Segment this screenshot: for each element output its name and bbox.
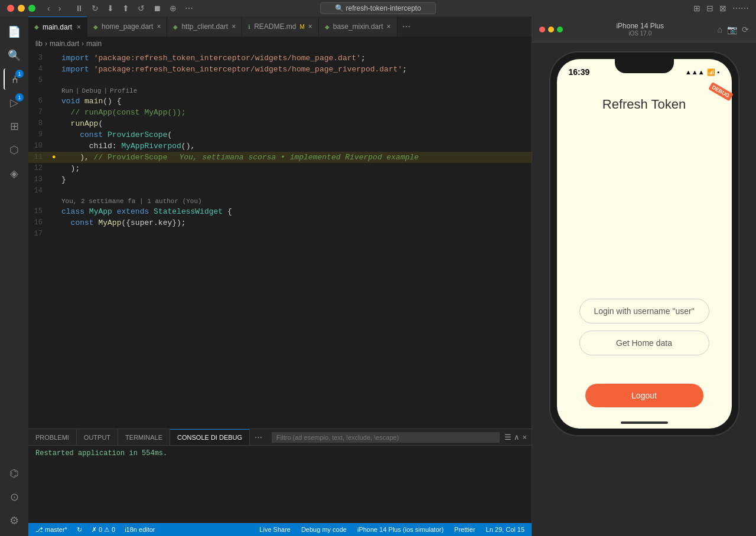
rotate-icon[interactable]: ⟳ xyxy=(742,25,749,34)
panel-tabs: PROBLEMI OUTPUT TERMINALE CONSOLE DI DEB… xyxy=(28,429,532,446)
md-file-icon: ℹ xyxy=(248,24,250,30)
title-search[interactable]: 🔍 refresh-token-intercepto xyxy=(320,2,436,14)
breadcrumb-symbol[interactable]: main xyxy=(86,40,102,48)
line-content-16: const MyApp({super.key}); xyxy=(61,217,186,228)
tab-debug-console[interactable]: CONSOLE DI DEBUG xyxy=(170,429,250,445)
tab-main-dart[interactable]: ◆ main.dart × xyxy=(28,17,87,37)
line-content-9: const ProviderScope( xyxy=(61,129,172,140)
close-button[interactable] xyxy=(7,5,14,12)
code-line-5: 5 xyxy=(28,75,532,86)
more-icon[interactable]: ⋯⋯ xyxy=(732,4,749,13)
accounts-icon: ⊙ xyxy=(10,491,19,504)
code-editor[interactable]: 3 import 'package:refresh_token_intercep… xyxy=(28,50,532,429)
phone-body: Refresh Token Login with username "user"… xyxy=(557,85,732,374)
pause-button[interactable]: ⏸ xyxy=(73,4,86,13)
sidebar-item-files[interactable]: 📄 xyxy=(4,21,25,43)
title-bar-right: ⊞ ⊟ ⊠ ⋯⋯ xyxy=(693,4,749,13)
breadcrumb-lib[interactable]: lib xyxy=(35,40,43,48)
debug-output: Restarted application in 554ms. xyxy=(35,449,167,457)
chevron-up-icon[interactable]: ∧ xyxy=(514,433,520,442)
phone-home-data-button[interactable]: Get Home data xyxy=(579,331,709,355)
tab-close-home[interactable]: × xyxy=(157,22,161,31)
tab-close-readme[interactable]: × xyxy=(308,22,312,31)
prettier-label: Prettier xyxy=(454,526,475,533)
blame-text: You, 2 settimane fa | 1 author (You) xyxy=(61,197,202,206)
step-over-button[interactable]: ↻ xyxy=(89,4,101,13)
i18n-item[interactable]: i18n editor xyxy=(122,523,157,536)
debug-item[interactable]: Debug my code xyxy=(299,523,349,536)
zoom-button[interactable]: ⊕ xyxy=(167,4,179,13)
errors-item[interactable]: ✗ 0 ⚠ 0 xyxy=(89,523,118,536)
sidebar-item-source-control[interactable]: ⑃ 1 xyxy=(4,68,25,90)
tab-close-http[interactable]: × xyxy=(232,22,236,31)
phone-login-button[interactable]: Login with username "user" xyxy=(579,299,709,323)
minimize-button[interactable] xyxy=(18,5,25,12)
sidebar-item-run[interactable]: ▷ 1 xyxy=(4,92,25,113)
code-line-14: 14 xyxy=(28,185,532,197)
nav-buttons: ‹ › xyxy=(45,4,63,13)
simulator-item[interactable]: iPhone 14 Plus (ios simulator) xyxy=(355,523,446,536)
warning-icon-status: ⚠ xyxy=(104,526,110,534)
sidebar-item-remote[interactable]: ⌬ xyxy=(4,463,25,484)
live-share-item[interactable]: Live Share xyxy=(257,523,293,536)
tab-terminal[interactable]: TERMINALE xyxy=(118,429,170,445)
code-line-6: 6 void main() { xyxy=(28,96,532,107)
line-col-item[interactable]: Ln 29, Col 15 xyxy=(484,523,527,536)
tab-readme-md[interactable]: ℹ README.md M × xyxy=(242,17,319,37)
maximize-button[interactable] xyxy=(28,5,35,12)
layout-icon[interactable]: ⊞ xyxy=(693,4,700,13)
panel: PROBLEMI OUTPUT TERMINALE CONSOLE DI DEB… xyxy=(28,429,532,523)
close-panel-icon[interactable]: × xyxy=(522,433,527,442)
breadcrumb-file[interactable]: main.dart xyxy=(50,40,79,48)
stop-button[interactable]: ⏹ xyxy=(151,4,164,13)
profile-action[interactable]: Profile xyxy=(110,86,137,96)
phone-logout-button[interactable]: Logout xyxy=(585,384,703,407)
remote-icon: ⌬ xyxy=(9,467,19,480)
sync-icon: ↻ xyxy=(77,526,82,534)
sidebar-item-accounts[interactable]: ⊙ xyxy=(4,486,25,508)
live-share-label: Live Share xyxy=(259,526,291,533)
run-action[interactable]: Run xyxy=(61,86,73,96)
tab-label: base_mixin.dart xyxy=(333,22,383,31)
breadcrumb-sep1: › xyxy=(45,40,47,48)
preview-title: iPhone 14 Plus iOS 17.0 xyxy=(568,22,713,37)
step-into-button[interactable]: ⬇ xyxy=(105,4,116,13)
code-line-7: 7 // runApp(const MyApp()); xyxy=(28,107,532,118)
home-icon[interactable]: ⌂ xyxy=(718,25,722,34)
sidebar-item-testing[interactable]: ⬡ xyxy=(4,139,25,161)
preview-panel: iPhone 14 Plus iOS 17.0 ⌂ 📷 ⟳ DEBUG 16:3… xyxy=(532,17,756,536)
sidebar-item-search[interactable]: 🔍 xyxy=(4,45,25,66)
panel-filter-input[interactable] xyxy=(272,432,500,443)
nav-forward-button[interactable]: › xyxy=(56,4,64,13)
sidebar-item-extensions[interactable]: ⊞ xyxy=(4,116,25,137)
line-num-14: 14 xyxy=(28,185,52,197)
step-out-button[interactable]: ⬆ xyxy=(120,4,132,13)
i18n-label: i18n editor xyxy=(125,526,155,533)
tab-problems[interactable]: PROBLEMI xyxy=(28,429,77,445)
debug-action[interactable]: Debug xyxy=(82,86,101,96)
restart-button[interactable]: ↺ xyxy=(135,4,147,13)
grid-icon[interactable]: ⊠ xyxy=(719,4,726,13)
panel-content: Restarted application in 554ms. xyxy=(28,446,532,523)
tab-close-main[interactable]: × xyxy=(77,23,81,31)
tab-close-base[interactable]: × xyxy=(387,22,391,31)
more-button[interactable]: ⋯ xyxy=(183,4,195,13)
branch-item[interactable]: ⎇ master* xyxy=(33,523,70,536)
prettier-item[interactable]: Prettier xyxy=(452,523,477,536)
tab-base-mixin-dart[interactable]: ◆ base_mixin.dart × xyxy=(319,17,397,37)
split-icon[interactable]: ⊟ xyxy=(706,4,713,13)
sidebar-item-docker[interactable]: ◈ xyxy=(4,163,25,184)
line-num-13: 13 xyxy=(28,174,52,185)
app-body: 📄 🔍 ⑃ 1 ▷ 1 ⊞ ⬡ ◈ ⌬ ⊙ xyxy=(0,17,756,536)
tab-output[interactable]: OUTPUT xyxy=(77,429,118,445)
nav-back-button[interactable]: ‹ xyxy=(45,4,53,13)
sync-item[interactable]: ↻ xyxy=(74,523,84,536)
panel-more-button[interactable]: ⋯ xyxy=(250,433,267,442)
tab-http-client-dart[interactable]: ◆ http_client.dart × xyxy=(167,17,242,37)
tab-home-page-dart[interactable]: ◆ home_page.dart × xyxy=(87,17,167,37)
filter-list-icon[interactable]: ☰ xyxy=(504,433,511,442)
debug-label: Debug my code xyxy=(301,526,347,533)
sidebar-item-settings[interactable]: ⚙ xyxy=(4,510,25,531)
tabs-navigation[interactable]: ⋯ xyxy=(397,17,415,37)
screenshot-icon[interactable]: 📷 xyxy=(727,25,737,34)
